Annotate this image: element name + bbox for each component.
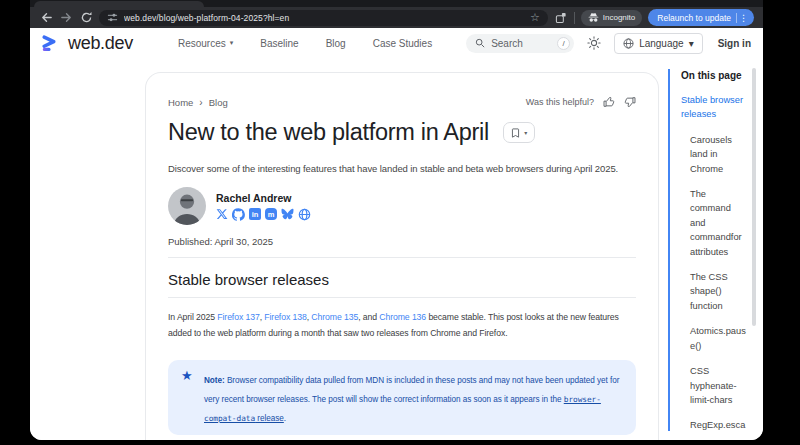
active-tab[interactable] — [34, 1, 204, 7]
search-placeholder: Search — [491, 38, 551, 49]
divider — [168, 297, 636, 298]
toc-item[interactable]: CSS hyphenate-limit-chars — [690, 364, 748, 407]
nav-case-studies[interactable]: Case Studies — [373, 38, 432, 49]
author-name[interactable]: Rachel Andrew — [216, 192, 311, 204]
extensions-icon[interactable] — [554, 11, 568, 25]
feedback-label: Was this helpful? — [526, 97, 594, 107]
chevron-down-icon: ▾ — [524, 129, 527, 136]
note-callout: ★ Note: Browser compatibility data pulle… — [168, 360, 636, 435]
browser-menu-icon[interactable]: ⋮ — [736, 13, 748, 23]
thumb-down-icon[interactable] — [624, 96, 636, 108]
mastodon-icon[interactable]: m — [265, 208, 277, 220]
breadcrumb-blog[interactable]: Blog — [209, 97, 228, 108]
main-nav: Resources▾ Baseline Blog Case Studies — [178, 38, 432, 49]
browser-toolbar: web.dev/blog/web-platform-04-2025?hl=en … — [30, 7, 763, 28]
globe-icon[interactable] — [298, 208, 311, 221]
search-shortcut-badge: / — [557, 37, 570, 50]
tab-strip — [30, 0, 763, 7]
thumb-up-icon[interactable] — [603, 96, 615, 108]
article-card: Home › Blog Was this helpful? — [145, 72, 659, 440]
sign-in-link[interactable]: Sign in — [718, 38, 751, 49]
nav-baseline[interactable]: Baseline — [260, 38, 298, 49]
linkedin-icon[interactable]: in — [249, 208, 261, 220]
author-social-links: in m — [216, 208, 311, 221]
published-date: Published: April 30, 2025 — [168, 236, 636, 247]
language-selector[interactable]: Language ▾ — [614, 33, 703, 54]
page-content: Home › Blog Was this helpful? — [30, 58, 763, 440]
bookmark-button[interactable]: ▾ — [503, 122, 535, 143]
avatar[interactable] — [168, 187, 206, 225]
feedback: Was this helpful? — [526, 96, 636, 108]
x-icon[interactable] — [216, 208, 228, 220]
toc-item[interactable]: RegExp.escape — [690, 418, 748, 431]
relaunch-update-button[interactable]: Relaunch to update ⋮ — [648, 9, 754, 26]
forward-button[interactable] — [59, 11, 73, 25]
bookmark-star-icon[interactable]: ☆ — [530, 12, 540, 23]
incognito-label: Incognito — [603, 13, 635, 22]
toc-heading: On this page — [681, 70, 760, 81]
article-description: Discover some of the interesting feature… — [168, 163, 636, 174]
breadcrumb: Home › Blog — [168, 97, 228, 108]
search-input[interactable]: Search / — [466, 34, 574, 53]
back-arrow-icon — [40, 11, 53, 24]
intro-paragraph: In April 2025 Firefox 137, Firefox 138, … — [168, 309, 636, 341]
star-icon: ★ — [181, 368, 193, 383]
search-icon — [475, 38, 485, 48]
back-button[interactable] — [39, 11, 53, 25]
theme-toggle-icon[interactable] — [587, 36, 601, 50]
breadcrumb-separator: › — [199, 97, 202, 108]
desktop-background: web.dev/blog/web-platform-04-2025?hl=en … — [0, 0, 800, 445]
github-icon[interactable] — [232, 208, 245, 221]
toc-scrollbar[interactable] — [752, 68, 756, 326]
browser-window: web.dev/blog/web-platform-04-2025?hl=en … — [30, 0, 763, 440]
chevron-down-icon: ▾ — [689, 38, 694, 49]
bluesky-icon[interactable] — [281, 208, 294, 220]
nav-blog[interactable]: Blog — [326, 38, 346, 49]
author-block: Rachel Andrew in m — [168, 187, 636, 225]
toolbar-divider — [574, 12, 575, 24]
reload-icon — [80, 11, 93, 24]
chevron-down-icon: ▾ — [230, 39, 234, 47]
logo-text: web.dev — [68, 33, 133, 54]
webdev-logo[interactable]: web.dev — [41, 33, 133, 54]
nav-resources[interactable]: Resources▾ — [178, 38, 233, 49]
forward-arrow-icon — [60, 11, 73, 24]
incognito-badge: Incognito — [581, 10, 642, 26]
toc-item[interactable]: Stable browser releases — [681, 93, 755, 122]
site-info-icon[interactable] — [107, 12, 118, 23]
toc-item[interactable]: The CSS shape() function — [690, 270, 748, 313]
toc-item[interactable]: Carousels land in Chrome — [690, 133, 748, 176]
globe-icon — [623, 38, 634, 49]
url-bar[interactable]: web.dev/blog/web-platform-04-2025?hl=en … — [99, 10, 548, 26]
page-title: New to the web platform in April — [168, 119, 489, 146]
toc-item[interactable]: Atomics.pause() — [690, 324, 748, 353]
breadcrumb-home[interactable]: Home — [168, 97, 193, 108]
toc-item[interactable]: The command and commandfor attributes — [690, 187, 748, 259]
reload-button[interactable] — [79, 11, 93, 25]
relaunch-label: Relaunch to update — [657, 13, 731, 23]
on-this-page: On this page Stable browser releasesCaro… — [668, 69, 760, 431]
section-heading-stable: Stable browser releases — [168, 271, 636, 288]
toc-list: Stable browser releasesCarousels land in… — [681, 93, 760, 431]
divider — [168, 257, 636, 258]
note-text: Note: Browser compatibility data pulled … — [204, 376, 619, 423]
site-header: web.dev Resources▾ Baseline Blog Case St… — [30, 28, 763, 58]
incognito-icon — [588, 12, 599, 23]
webdev-logo-icon — [41, 35, 61, 52]
bookmark-icon — [510, 127, 521, 139]
language-label: Language — [639, 38, 684, 49]
url-text: web.dev/blog/web-platform-04-2025?hl=en — [124, 13, 524, 23]
